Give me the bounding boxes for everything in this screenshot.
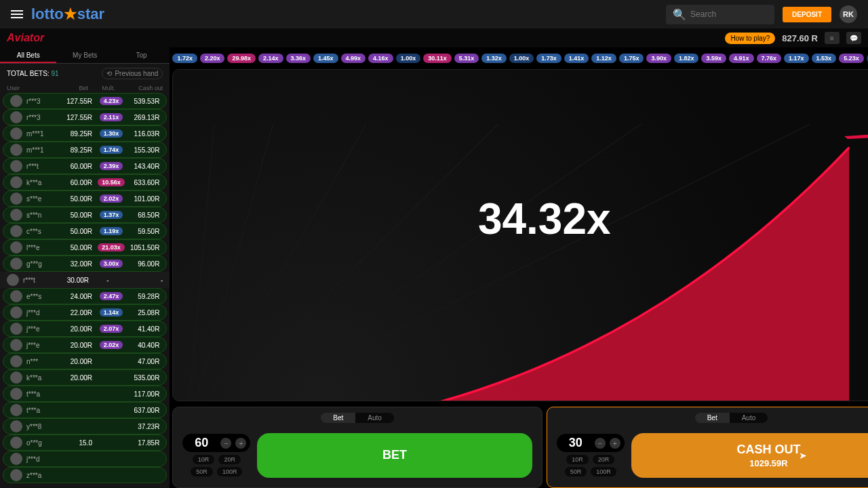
row-user: y***8 — [26, 423, 55, 430]
panel2-quick-50[interactable]: 50R — [565, 467, 587, 476]
panel1-plus-button[interactable]: + — [235, 438, 246, 449]
menu-icon[interactable]: ≡ — [825, 32, 840, 44]
panel2-plus-button[interactable]: + — [610, 438, 620, 449]
row-cashout: 117.00R — [130, 390, 159, 398]
row-user: r***3 — [26, 98, 55, 105]
history-pill[interactable]: 1.41x — [564, 54, 589, 63]
history-pill[interactable]: 2.14x — [258, 54, 283, 63]
history-pill[interactable]: 1.00x — [509, 54, 534, 63]
table-row: o***g15.017.85R — [3, 434, 167, 451]
total-bets-count: 91 — [51, 70, 58, 77]
row-cashout: 40.40R — [130, 342, 159, 349]
panel1-quick-100[interactable]: 100R — [217, 467, 243, 476]
panel1-tab-auto[interactable]: Auto — [355, 413, 394, 423]
tab-all-bets[interactable]: All Bets — [0, 47, 56, 63]
menu-icon[interactable] — [11, 10, 23, 18]
history-pill[interactable]: 3.59x — [701, 54, 726, 63]
panel1-tab-bet[interactable]: Bet — [321, 413, 355, 423]
history-pill[interactable]: 5.23x — [839, 54, 864, 63]
history-pill[interactable]: 4.99x — [341, 54, 366, 63]
history-pill[interactable]: 4.16x — [368, 54, 393, 63]
history-pill[interactable]: 1.73x — [536, 54, 561, 63]
how-to-play-button[interactable]: How to play? — [725, 33, 775, 44]
row-cashout: 41.40R — [130, 325, 159, 333]
panel1-minus-button[interactable]: − — [220, 438, 231, 449]
row-mult: 4.23x — [92, 97, 130, 105]
search-icon: 🔍 — [673, 8, 686, 21]
panel2-tab-auto[interactable]: Auto — [730, 413, 768, 423]
history-pill[interactable]: 1.00x — [396, 54, 421, 63]
row-user: n*** — [26, 358, 55, 365]
row-user: t***a — [26, 407, 55, 414]
avatar — [10, 306, 22, 319]
panel2-quick-10[interactable]: 10R — [566, 455, 589, 464]
avatar — [10, 436, 22, 449]
panel2-quick-20[interactable]: 20R — [593, 455, 615, 464]
history-pill[interactable]: 1.32x — [481, 54, 507, 63]
row-user: j***e — [26, 342, 55, 349]
history-pill[interactable]: 2.20x — [200, 54, 225, 63]
row-user: o***g — [26, 439, 55, 447]
panel2-minus-button[interactable]: − — [595, 438, 606, 449]
avatar[interactable]: RK — [840, 5, 857, 23]
row-cashout: 637.00R — [130, 407, 159, 414]
row-cashout: 68.50R — [130, 211, 159, 219]
panel1-quick-20[interactable]: 20R — [218, 455, 241, 464]
history-pill[interactable]: 1.12x — [591, 54, 616, 63]
table-row: n***20.00R47.00R — [3, 353, 167, 369]
panel2-quick-100[interactable]: 100R — [591, 467, 616, 476]
cashout-button[interactable]: CASH OUT 1029.59R — [631, 433, 868, 478]
svg-line-2 — [186, 124, 576, 401]
chat-icon[interactable]: 💬 — [846, 32, 861, 44]
row-cashout: - — [127, 277, 163, 284]
table-row: z***a — [3, 467, 167, 483]
row-bet: 127.55R — [55, 114, 92, 121]
row-user: r***t — [26, 163, 55, 170]
row-cashout: 535.00R — [130, 374, 159, 382]
bet-button[interactable]: BET — [257, 433, 532, 478]
avatar — [10, 388, 22, 400]
history-pill[interactable]: 3.90x — [646, 54, 671, 63]
avatar — [10, 144, 22, 156]
history-pill[interactable]: 29.98x — [227, 54, 256, 63]
history-pill[interactable]: 30.11x — [423, 54, 452, 63]
logo[interactable]: lotto★star — [31, 5, 104, 23]
row-bet: 24.00R — [55, 293, 92, 300]
panel2-tab-bet[interactable]: Bet — [695, 413, 730, 423]
row-mult: 10.56x — [92, 178, 130, 186]
row-cashout: 59.28R — [130, 293, 159, 300]
history-pill[interactable]: 1.45x — [313, 54, 338, 63]
history-pill[interactable]: 1.17x — [784, 54, 809, 63]
previous-hand-button[interactable]: ⟲Previous hand — [102, 68, 163, 79]
row-cashout: 96.00R — [130, 260, 159, 268]
panel1-quick-10[interactable]: 10R — [193, 455, 215, 464]
avatar — [10, 160, 22, 172]
table-row: m***189.25R1.30x116.03R — [3, 125, 167, 142]
deposit-button[interactable]: DEPOSIT — [783, 7, 831, 22]
history-pill[interactable]: 1.53x — [812, 54, 837, 63]
multiplier-display: 34.32x — [478, 194, 611, 244]
table-row: t***a637.00R — [3, 402, 167, 418]
table-row: t***a117.00R — [3, 386, 167, 402]
panel1-stake: 60 — [186, 436, 216, 450]
svg-line-3 — [186, 124, 420, 401]
row-bet: 20.00R — [55, 342, 92, 349]
table-row: k***a20.00R535.00R — [3, 369, 167, 386]
row-bet: 50.00R — [55, 244, 92, 251]
row-bet: 50.00R — [55, 228, 92, 235]
history-pill[interactable]: 7.76x — [757, 54, 782, 63]
history-pill[interactable]: 3.36x — [286, 54, 311, 63]
tab-top[interactable]: Top — [113, 47, 170, 63]
row-mult: 21.03x — [92, 243, 130, 251]
history-pill[interactable]: 4.91x — [729, 54, 754, 63]
tab-my-bets[interactable]: My Bets — [56, 47, 113, 63]
row-bet: 20.00R — [55, 358, 92, 365]
row-cashout: 47.00R — [130, 358, 159, 365]
history-pill[interactable]: 5.31x — [454, 54, 479, 63]
row-cashout: 539.53R — [130, 98, 159, 105]
history-pill[interactable]: 1.75x — [619, 54, 644, 63]
panel1-quick-50[interactable]: 50R — [191, 467, 213, 476]
search-input[interactable]: 🔍 — [666, 5, 774, 24]
history-pill[interactable]: 1.82x — [674, 54, 699, 63]
history-pill[interactable]: 1.72x — [172, 54, 197, 63]
